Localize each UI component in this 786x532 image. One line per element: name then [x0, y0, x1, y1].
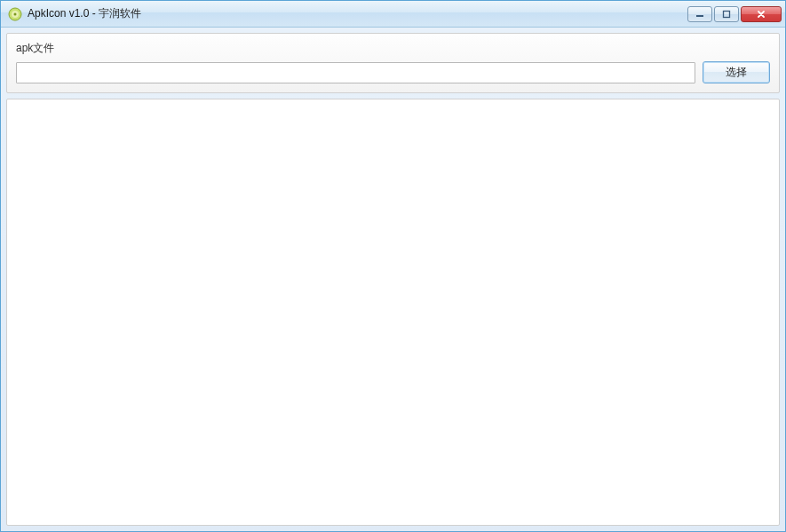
maximize-button[interactable] [714, 6, 739, 22]
svg-rect-3 [696, 15, 703, 17]
app-icon [8, 7, 22, 21]
select-file-button[interactable]: 选择 [703, 61, 770, 83]
app-window: ApkIcon v1.0 - 宇润软件 apk文件 [0, 0, 786, 532]
close-button[interactable] [741, 6, 782, 22]
window-title: ApkIcon v1.0 - 宇润软件 [28, 6, 687, 21]
input-row: 选择 [16, 61, 770, 83]
window-controls [687, 6, 782, 22]
svg-point-2 [14, 12, 17, 15]
apk-file-input[interactable] [16, 62, 695, 83]
content-panel [6, 99, 780, 526]
svg-rect-4 [724, 11, 730, 17]
titlebar[interactable]: ApkIcon v1.0 - 宇润软件 [1, 1, 785, 28]
file-selection-panel: apk文件 选择 [6, 33, 780, 93]
client-area: apk文件 选择 [1, 28, 785, 531]
minimize-button[interactable] [687, 6, 712, 22]
apk-file-label: apk文件 [16, 41, 770, 56]
